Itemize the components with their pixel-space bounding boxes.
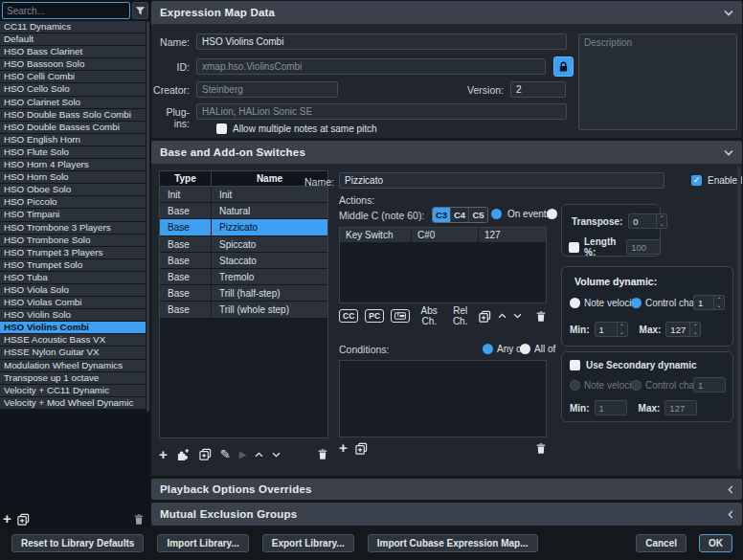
stepper-arrows-icon[interactable]: ⌃⌄ (689, 323, 700, 336)
description-input[interactable] (578, 34, 737, 130)
list-item[interactable]: HSO Clarinet Solo (0, 97, 146, 108)
table-row[interactable]: BasePizzicato (160, 219, 327, 235)
secondary-max-field[interactable]: 127 (664, 400, 697, 415)
any-of-radio[interactable]: Any of (483, 344, 524, 354)
volume-min-stepper[interactable]: 1 ⌃⌄ (595, 322, 628, 337)
allow-multiple-notes-checkbox[interactable]: Allow multiple notes at same pitch (216, 123, 377, 134)
list-item[interactable]: HSSE Acoustic Bass VX (0, 334, 146, 346)
rel-channel-button[interactable]: Rel Ch. (448, 305, 472, 326)
list-item[interactable]: Velocity + Mod Wheel Dynamic (0, 397, 146, 409)
list-item[interactable]: HSO Flute Solo (0, 146, 146, 158)
section-header-expression-map-data[interactable]: Expression Map Data (151, 1, 742, 24)
list-item[interactable]: HSO Violins Combi (0, 322, 146, 333)
section-header-playback-options-overrides[interactable]: Playback Options Overrides (151, 479, 742, 500)
list-item[interactable]: HSO Bassoon Solo (0, 58, 146, 70)
middle-c-option-c4[interactable]: C4 (451, 208, 469, 222)
creator-input[interactable] (196, 81, 338, 98)
list-item[interactable]: HSO Tuba (0, 272, 146, 283)
switch-name-input[interactable] (339, 172, 664, 189)
action-move-down-button[interactable] (513, 313, 522, 319)
table-row[interactable]: InitInit (160, 187, 327, 203)
middle-c-option-c5[interactable]: C5 (469, 208, 487, 222)
list-item[interactable]: HSSE Nylon Guitar VX (0, 347, 146, 358)
section-header-mutual-exclusion-groups[interactable]: Mutual Exclusion Groups (151, 503, 742, 526)
delete-condition-button[interactable] (535, 442, 547, 455)
stepper-arrows-icon[interactable]: ⌃⌄ (617, 323, 627, 336)
secondary-cc-field[interactable]: 1 (693, 377, 726, 392)
list-item[interactable]: HSO Violas Combi (0, 297, 146, 308)
secondary-min-field[interactable]: 1 (595, 400, 627, 415)
audition-switch-button[interactable]: ▶ (239, 449, 247, 459)
table-row[interactable]: BaseTrill (whole step) (160, 302, 327, 318)
list-item[interactable]: HSO Trombone 3 Players (0, 222, 146, 234)
add-addon-switch-button[interactable] (176, 448, 191, 461)
list-item[interactable]: CC11 Dynamics (0, 21, 146, 33)
library-scrollbar[interactable] (146, 21, 149, 412)
keyswitch-action-button[interactable] (391, 309, 410, 323)
stepper-arrows-icon[interactable]: ⌃⌄ (656, 214, 666, 228)
add-switch-button[interactable]: + (159, 448, 168, 461)
delete-switch-button[interactable] (317, 448, 328, 460)
duplicate-condition-button[interactable] (355, 442, 368, 455)
use-secondary-dynamic-checkbox[interactable]: Use Secondary dynamic (570, 360, 697, 370)
all-of-radio[interactable]: All of (520, 344, 555, 354)
abs-channel-button[interactable]: Abs Ch. (417, 305, 441, 326)
cancel-button[interactable]: Cancel (636, 534, 687, 552)
conditions-list[interactable] (339, 360, 547, 437)
list-item[interactable]: Velocity + CC11 Dynamic (0, 385, 146, 396)
chevron-down-icon[interactable] (724, 10, 733, 16)
list-item[interactable]: HSO Piccolo (0, 196, 146, 208)
plugins-input[interactable] (196, 103, 567, 120)
table-row[interactable]: BaseNatural (160, 203, 327, 219)
middle-c-option-c3[interactable]: C3 (433, 208, 451, 222)
list-item[interactable]: HSO Viola Solo (0, 284, 146, 296)
cc-action-button[interactable]: CC (339, 309, 358, 323)
list-item[interactable]: HSO Double Bass Solo Combi (0, 109, 146, 121)
table-row[interactable]: BaseSpiccato (160, 236, 327, 253)
list-item[interactable]: HSO Horn 4 Players (0, 159, 146, 170)
list-item[interactable]: HSO Timpani (0, 209, 146, 220)
reset-to-library-defaults-button[interactable]: Reset to Library Defaults (11, 534, 144, 552)
on-events-radio[interactable]: On events (491, 209, 552, 219)
list-item[interactable]: HSO Cello Solo (0, 83, 146, 95)
action-move-up-button[interactable] (498, 313, 507, 319)
list-item[interactable]: HSO Bass Clarinet (0, 46, 146, 57)
import-cubase-expression-map-button[interactable]: Import Cubase Expression Map... (368, 534, 538, 552)
volume-note-velocity-radio[interactable]: Note velocity (570, 298, 639, 308)
lock-id-button[interactable] (553, 56, 574, 77)
chevron-left-icon[interactable] (728, 510, 733, 519)
table-row[interactable]: BaseTremolo (160, 269, 327, 285)
length-checkbox[interactable]: Length %: 100 (569, 236, 661, 258)
list-item[interactable]: HSO Celli Combi (0, 71, 146, 82)
section-header-base-addon-switches[interactable]: Base and Add-on Switches (151, 141, 742, 164)
chevron-down-icon[interactable] (724, 149, 733, 156)
list-item[interactable]: HSO Violin Solo (0, 309, 146, 321)
table-row[interactable]: BaseTrill (half-step) (160, 285, 327, 302)
add-map-button[interactable]: + (3, 512, 11, 526)
secondary-note-velocity-radio[interactable]: Note velocity (570, 380, 639, 391)
version-input[interactable] (510, 81, 566, 98)
volume-cc-stepper[interactable]: 1 ⌃⌄ (693, 295, 725, 310)
list-item[interactable]: HSO Trumpet 3 Players (0, 247, 146, 258)
list-item[interactable]: HSO Trumpet Solo (0, 259, 146, 271)
search-input[interactable] (2, 2, 130, 19)
export-library-button[interactable]: Export Library... (262, 534, 354, 552)
length-value-field[interactable]: 100 (626, 239, 661, 255)
list-item[interactable]: Modulation Wheel Dynamics (0, 360, 146, 371)
table-row[interactable]: BaseStaccato (160, 253, 327, 269)
filter-button[interactable] (132, 2, 148, 19)
list-item[interactable]: HSO Trombone Solo (0, 235, 146, 246)
section-scrollbar[interactable] (737, 166, 741, 470)
list-item[interactable]: HSO Double Basses Combi (0, 122, 146, 133)
chevron-left-icon[interactable] (728, 485, 733, 494)
pc-action-button[interactable]: PC (365, 309, 384, 323)
stepper-arrows-icon[interactable]: ⌃⌄ (713, 296, 724, 309)
list-item[interactable]: HSO Horn Solo (0, 171, 146, 183)
map-id-input[interactable] (196, 58, 546, 75)
map-name-input[interactable] (196, 34, 567, 50)
list-item[interactable]: HSO Oboe Solo (0, 184, 146, 195)
enabled-checkbox[interactable]: ✓ Enabled (691, 175, 742, 186)
import-library-button[interactable]: Import Library... (157, 534, 248, 552)
delete-action-button[interactable] (535, 310, 547, 323)
list-item[interactable]: Transpose up 1 octave (0, 372, 146, 384)
